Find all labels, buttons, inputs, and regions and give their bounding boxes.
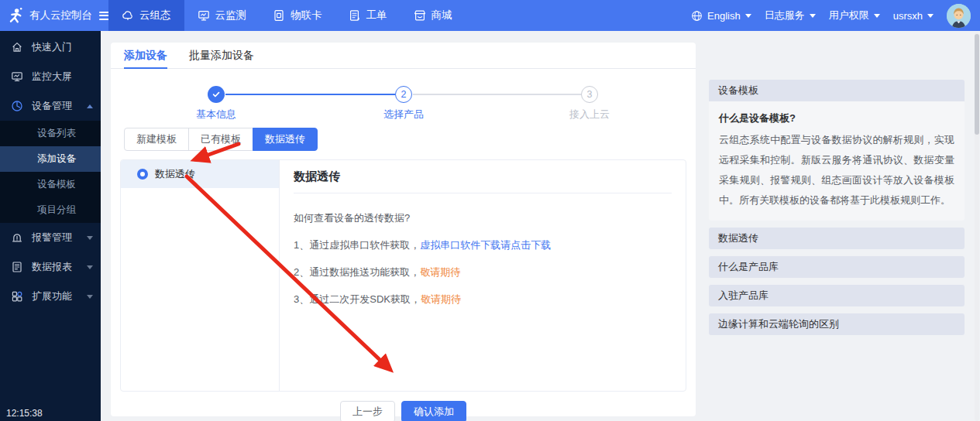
sub-item-label: 设备列表 [37,127,76,140]
sidebar-item-label: 监控大屏 [32,70,72,84]
coming-soon-label: 敬请期待 [421,293,461,305]
nav-item-cloud-monitor[interactable]: 云监测 [184,0,260,31]
card-actions: 上一步 确认添加 [111,401,696,421]
page-tabs: 添加设备 批量添加设备 [111,43,696,69]
option-data-passthrough[interactable]: 数据透传 [121,160,279,188]
passthrough-detail: 数据透传 如何查看设备的透传数据? 1、通过虚拟串口软件获取，虚拟串口软件下载请… [280,160,686,391]
gauge-icon [11,100,23,112]
chevron-down-icon [87,265,93,269]
step-2-circle: 2 [395,86,412,103]
template-tab-existing-template[interactable]: 已有模板 [188,128,253,151]
user-menu[interactable]: usrsxh [893,10,934,22]
nav-item-cloud-scada[interactable]: 云组态 [108,0,184,31]
tab-label: 批量添加设备 [189,49,254,63]
chevron-down-icon [810,14,816,18]
menu-label: 用户权限 [829,9,869,22]
download-link[interactable]: 虚拟串口软件下载请点击下载 [420,239,551,251]
detail-item-text: 1、通过虚拟串口软件获取， [294,239,420,251]
step-3-label: 接入上云 [555,108,624,122]
screen-icon [11,70,23,83]
previous-step-button[interactable]: 上一步 [340,401,395,421]
nav-item-label: 商城 [432,9,452,22]
nav-item-mall[interactable]: 商城 [401,0,466,31]
detail-item-text: 3、通过二次开发SDK获取， [294,293,421,305]
nav-item-work-order[interactable]: 工单 [335,0,401,31]
help-header-join-product-library[interactable]: 入驻产品库 [709,285,965,306]
stepper: 2 3 基本信息 选择产品 接入上云 [111,78,696,122]
option-label: 数据透传 [155,167,195,181]
scrollbar-thumb[interactable] [975,34,979,135]
menu-user-permissions[interactable]: 用户权限 [829,9,880,22]
globe-icon [691,10,703,22]
nav-item-label: 物联卡 [291,9,322,22]
confirm-add-button[interactable]: 确认添加 [401,401,466,421]
sidebar: 快速入门 监控大屏 设备管理 设备列表 添加设备 设备模板 项目分组 报警管理 [0,31,101,421]
report-icon [11,261,23,273]
coming-soon-label: 敬请期待 [420,266,460,278]
sidebar-item-device-management[interactable]: 设备管理 [0,91,101,121]
chevron-down-icon [87,236,93,240]
template-mode-group: 新建模板 已有模板 数据透传 [124,128,696,151]
template-tab-label: 数据透传 [265,132,305,146]
sub-item-label: 添加设备 [37,152,76,166]
sub-item-label: 项目分组 [37,204,76,217]
add-device-card: 添加设备 批量添加设备 2 3 基本信息 选择产品 接入上云 新建模板 已有模板… [111,43,696,416]
sidebar-item-quick-start[interactable]: 快速入门 [0,33,101,62]
detail-item-3: 3、通过二次开发SDK获取，敬请期待 [294,293,672,306]
sidebar-subitem-add-device[interactable]: 添加设备 [0,146,101,172]
option-list: 数据透传 [121,160,280,391]
template-tab-label: 新建模板 [136,132,177,146]
help-body-heading: 什么是设备模板? [719,108,954,128]
sidebar-item-alarm-management[interactable]: 报警管理 [0,223,101,252]
detail-question: 如何查看设备的透传数据? [294,211,672,225]
app-title: 有人云控制台 [29,9,92,22]
chevron-down-icon [927,14,934,18]
step-1-label: 基本信息 [181,108,251,122]
sidebar-timestamp: 12:15:38 [6,408,43,419]
sidebar-subitem-device-template[interactable]: 设备模板 [0,172,101,197]
chevron-up-icon [87,104,93,108]
sidebar-item-label: 快速入门 [32,40,72,54]
radio-selected-icon [137,169,148,180]
help-body-device-template: 什么是设备模板? 云组态系统中配置与设备数据协议的解析规则，实现远程采集和控制。… [709,101,965,221]
sidebar-item-data-report[interactable]: 数据报表 [0,252,101,282]
passthrough-panel: 数据透传 数据透传 如何查看设备的透传数据? 1、通过虚拟串口软件获取，虚拟串口… [120,159,686,392]
language-label: English [707,10,741,22]
logo-area: 有人云控制台 [0,0,101,31]
avatar-image [947,4,971,28]
help-header-what-is-product-library[interactable]: 什么是产品库 [709,256,965,278]
sidebar-subitem-device-list[interactable]: 设备列表 [0,121,101,146]
step-number: 2 [401,89,407,100]
sub-item-label: 设备模板 [37,178,76,191]
nav-item-label: 云监测 [215,9,247,22]
sidebar-item-extended-functions[interactable]: 扩展功能 [0,282,101,311]
tab-label: 添加设备 [124,49,167,63]
sidebar-item-label: 设备管理 [32,99,72,113]
tab-batch-add-device[interactable]: 批量添加设备 [189,43,254,68]
mall-icon [414,9,426,22]
menu-log-service[interactable]: 日志服务 [765,9,816,22]
template-tab-new-template[interactable]: 新建模板 [124,128,189,151]
step-number: 3 [587,89,593,100]
nav-item-iot-card[interactable]: 物联卡 [260,0,335,31]
language-selector[interactable]: English [691,10,751,22]
device-management-submenu: 设备列表 添加设备 设备模板 项目分组 [0,121,101,223]
help-header-device-template[interactable]: 设备模板 [709,80,965,101]
monitor-icon [198,9,210,22]
chevron-down-icon [874,14,880,18]
username-label: usrsxh [893,10,923,22]
sidebar-item-dashboard[interactable]: 监控大屏 [0,62,101,91]
detail-item-2: 2、通过数据推送功能获取，敬请期待 [294,265,672,279]
chevron-down-icon [745,14,751,18]
step-connector-done [225,94,395,95]
tab-add-device[interactable]: 添加设备 [124,43,167,68]
step-1-circle [208,86,225,103]
nav-item-label: 云组态 [139,9,171,22]
step-2-label: 选择产品 [369,108,438,122]
primary-nav: 云组态 云监测 物联卡 工单 [108,0,466,31]
help-header-edge-vs-cloud-polling[interactable]: 边缘计算和云端轮询的区别 [709,313,965,335]
template-tab-data-passthrough[interactable]: 数据透传 [253,128,318,151]
help-header-data-passthrough[interactable]: 数据透传 [709,228,965,249]
sidebar-subitem-project-group[interactable]: 项目分组 [0,197,101,223]
avatar[interactable] [947,4,971,28]
